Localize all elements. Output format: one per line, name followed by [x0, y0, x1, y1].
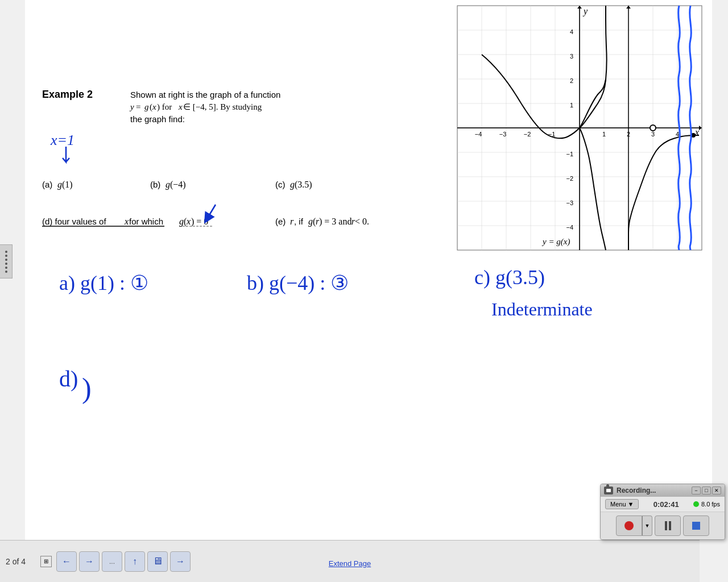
svg-text:(e): (e)	[275, 217, 286, 226]
svg-text:4: 4	[676, 131, 679, 138]
recording-title: Recording...	[617, 487, 656, 494]
stop-icon	[692, 522, 700, 530]
svg-text:d): d)	[59, 366, 78, 392]
svg-point-82	[650, 125, 656, 131]
svg-text:−3: −3	[566, 199, 573, 206]
svg-text:g: g	[57, 180, 62, 190]
svg-text:x: x	[186, 217, 191, 226]
extend-page-link[interactable]: Extend Page	[329, 559, 371, 568]
record-button[interactable]	[616, 516, 642, 536]
bottom-nav-buttons: ← → ... ↑ 🖥 →	[56, 551, 191, 572]
svg-text:(3.5): (3.5)	[295, 180, 312, 190]
svg-text:3: 3	[570, 53, 573, 60]
minimize-button[interactable]: −	[692, 487, 701, 494]
insert-page-button[interactable]: ↑	[125, 551, 145, 572]
svg-text:x: x	[178, 102, 183, 111]
svg-text:the graph find:: the graph find:	[130, 114, 185, 124]
svg-text:Shown at right is the graph of: Shown at right is the graph of a functio…	[130, 90, 280, 99]
recording-info-row: Menu ▼ 0:02:41 8.0 fps	[601, 497, 725, 512]
svg-text:Example 2: Example 2	[42, 89, 93, 100]
svg-text:) = 3 and: ) = 3 and	[319, 217, 351, 227]
recording-controls: ▼	[601, 512, 725, 539]
record-button-group: ▼	[616, 516, 652, 536]
svg-text:(−4): (−4)	[170, 180, 186, 190]
svg-text:−2: −2	[524, 131, 531, 138]
recording-timer: 0:02:41	[653, 500, 679, 509]
svg-text:1: 1	[570, 102, 573, 109]
svg-text:2: 2	[627, 131, 630, 138]
svg-text:−1: −1	[566, 151, 573, 157]
svg-text:)  for: ) for	[157, 102, 172, 112]
svg-text:x: x	[124, 217, 129, 226]
nav-dots-button[interactable]: ...	[102, 551, 122, 572]
close-button[interactable]: ✕	[712, 487, 721, 494]
svg-text:2: 2	[570, 77, 573, 84]
camera-icon	[604, 487, 613, 494]
svg-text:g: g	[308, 217, 313, 227]
fps-indicator: 8.0 fps	[693, 501, 720, 508]
svg-text:(c): (c)	[275, 180, 286, 189]
svg-text:(b): (b)	[150, 180, 160, 189]
svg-text:(d)  four values of: (d) four values of	[42, 217, 106, 226]
svg-text:∈ [−4, 5].  By studying: ∈ [−4, 5]. By studying	[183, 102, 262, 111]
svg-text:g: g	[179, 217, 184, 227]
svg-text:3: 3	[651, 131, 655, 138]
svg-text:< 0.: < 0.	[355, 217, 369, 226]
pause-icon	[665, 521, 671, 530]
nav-prev-button[interactable]: ←	[56, 551, 77, 572]
svg-text:(a): (a)	[42, 180, 52, 189]
svg-text:Indeterminate: Indeterminate	[491, 299, 593, 319]
svg-text:x=1: x=1	[50, 132, 75, 148]
maximize-button[interactable]: □	[702, 487, 711, 494]
window-controls: − □ ✕	[692, 487, 721, 494]
fps-status-dot	[693, 501, 699, 507]
svg-text:g: g	[144, 102, 149, 111]
sidebar-toggle-button[interactable]	[0, 244, 13, 278]
recording-widget: Recording... − □ ✕ Menu ▼ 0:02:41 8.0 fp…	[600, 484, 725, 540]
svg-text:r: r	[290, 217, 294, 226]
record-dropdown-button[interactable]: ▼	[642, 516, 652, 536]
nav-next-button[interactable]: →	[79, 551, 100, 572]
stop-button[interactable]	[683, 516, 709, 536]
svg-text:y = g(x): y = g(x)	[541, 237, 570, 247]
svg-text:−3: −3	[499, 131, 507, 138]
svg-text:y: y	[129, 102, 134, 111]
svg-text:) = 0: ) = 0	[191, 217, 208, 227]
page-indicator: 2 of 4	[6, 557, 26, 566]
svg-text:): )	[82, 372, 92, 404]
recording-titlebar: Recording... − □ ✕	[601, 484, 725, 497]
svg-text:x: x	[152, 102, 156, 111]
pause-button[interactable]	[655, 516, 681, 536]
svg-text:a)  g(1) : ①: a) g(1) : ①	[59, 272, 148, 294]
svg-text:, if: , if	[294, 217, 304, 226]
recording-menu-button[interactable]: Menu ▼	[605, 499, 639, 509]
svg-text:=: =	[136, 102, 140, 111]
bottom-bar: 2 of 4 ⊞ ← → ... ↑ 🖥 → Extend Page	[0, 540, 700, 582]
forward-button[interactable]: →	[170, 551, 191, 572]
record-circle-icon	[624, 521, 634, 530]
svg-text:c)  g(3.5): c) g(3.5)	[474, 266, 545, 289]
svg-text:g: g	[166, 180, 170, 190]
svg-text:b)  g(−4) : ③: b) g(−4) : ③	[247, 272, 349, 294]
svg-text:−4: −4	[566, 224, 573, 231]
svg-text:y: y	[582, 6, 588, 16]
monitor-button[interactable]: 🖥	[147, 551, 168, 572]
svg-text:g: g	[290, 180, 295, 190]
svg-text:4: 4	[570, 28, 573, 35]
svg-text:1: 1	[602, 131, 606, 138]
svg-text:−4: −4	[475, 131, 482, 138]
page-icon-btn[interactable]: ⊞	[40, 556, 52, 567]
svg-text:(1): (1)	[62, 180, 73, 190]
svg-text:−2: −2	[566, 175, 573, 182]
svg-text:for which: for which	[129, 217, 163, 226]
